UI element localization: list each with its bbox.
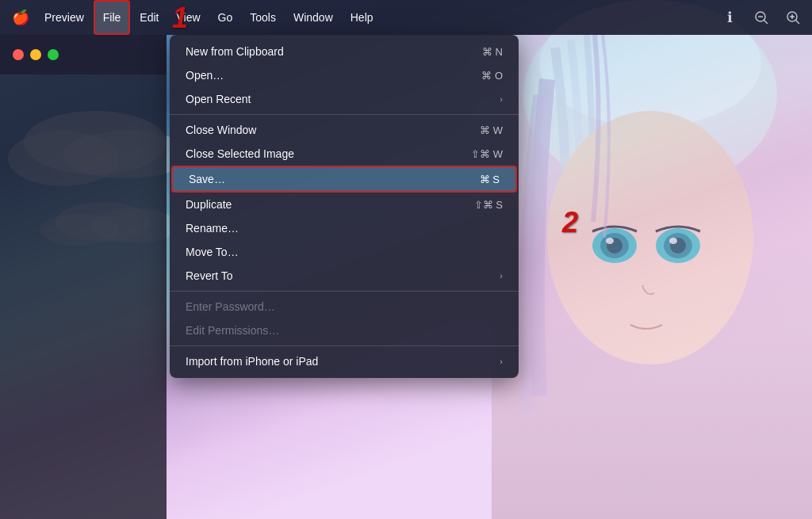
- zoom-in-icon: [785, 10, 801, 25]
- menu-item-close-selected-label: Close Selected Image: [186, 147, 294, 160]
- step-badge-2: 2: [562, 206, 578, 239]
- svg-line-24: [796, 21, 800, 25]
- menu-item-save[interactable]: Save… ⌘ S: [171, 166, 517, 193]
- close-button[interactable]: [13, 49, 24, 60]
- menu-item-open[interactable]: Open… ⌘ O: [170, 63, 519, 87]
- open-recent-arrow: ›: [500, 94, 503, 104]
- menubar-right-icons: ℹ: [717, 5, 806, 30]
- revert-to-arrow: ›: [500, 271, 503, 280]
- menu-item-edit-permissions: Edit Permissions…: [170, 319, 519, 342]
- apple-icon: 🍎: [12, 9, 29, 26]
- menubar-item-edit[interactable]: Edit: [132, 0, 167, 35]
- svg-point-13: [606, 238, 614, 244]
- separator-1: [170, 114, 519, 115]
- import-iphone-arrow: ›: [500, 357, 503, 366]
- zoom-out-btn[interactable]: [749, 5, 774, 30]
- menu-item-import-iphone[interactable]: Import from iPhone or iPad ›: [170, 349, 519, 373]
- menu-item-save-label: Save…: [189, 173, 225, 185]
- step-badge-1: 1: [172, 2, 188, 35]
- menu-item-revert-to-label: Revert To: [186, 269, 233, 282]
- zoom-out-icon: [753, 10, 769, 25]
- menu-item-open-recent-label: Open Recent: [186, 93, 251, 105]
- menu-item-new-clipboard-label: New from Clipboard: [186, 45, 284, 58]
- menu-item-close-selected-shortcut: ⇧⌘ W: [471, 148, 503, 160]
- menu-item-rename[interactable]: Rename…: [170, 216, 519, 240]
- menu-item-open-label: Open…: [186, 69, 224, 82]
- menu-item-rename-label: Rename…: [186, 222, 239, 235]
- menu-item-close-selected[interactable]: Close Selected Image ⇧⌘ W: [170, 142, 519, 166]
- menubar: 🍎 Preview File Edit View Go Tools Window…: [0, 0, 812, 35]
- svg-point-9: [547, 111, 753, 364]
- maximize-button[interactable]: [48, 49, 59, 60]
- menu-item-new-clipboard-shortcut: ⌘ N: [482, 46, 503, 58]
- sidebar-panel: [0, 35, 167, 519]
- svg-line-20: [764, 21, 768, 25]
- menu-item-edit-permissions-label: Edit Permissions…: [186, 324, 279, 337]
- menu-item-revert-to[interactable]: Revert To ›: [170, 264, 519, 288]
- separator-2: [170, 291, 519, 292]
- svg-point-17: [669, 238, 677, 244]
- menubar-item-tools[interactable]: Tools: [242, 0, 284, 35]
- zoom-in-btn[interactable]: [780, 5, 806, 30]
- info-icon-btn[interactable]: ℹ: [717, 5, 742, 30]
- file-menu-dropdown: New from Clipboard ⌘ N Open… ⌘ O Open Re…: [170, 35, 519, 378]
- menubar-item-file[interactable]: File: [94, 0, 131, 35]
- apple-menu[interactable]: 🍎: [6, 0, 35, 35]
- menu-item-close-window-label: Close Window: [186, 124, 256, 136]
- menubar-item-window[interactable]: Window: [285, 0, 341, 35]
- menubar-item-help[interactable]: Help: [343, 0, 381, 35]
- menu-item-enter-password-label: Enter Password…: [186, 300, 275, 313]
- menu-item-move-to-label: Move To…: [186, 246, 239, 258]
- menu-item-open-shortcut: ⌘ O: [481, 70, 503, 82]
- menu-item-close-window[interactable]: Close Window ⌘ W: [170, 118, 519, 142]
- menu-item-duplicate[interactable]: Duplicate ⇧⌘ S: [170, 193, 519, 216]
- menu-item-new-clipboard[interactable]: New from Clipboard ⌘ N: [170, 40, 519, 63]
- separator-3: [170, 345, 519, 346]
- menu-item-duplicate-shortcut: ⇧⌘ S: [474, 199, 503, 211]
- window-controls: [0, 35, 167, 74]
- menu-item-open-recent[interactable]: Open Recent ›: [170, 87, 519, 111]
- menu-item-move-to[interactable]: Move To…: [170, 240, 519, 264]
- menubar-item-preview[interactable]: Preview: [36, 0, 92, 35]
- menubar-item-go[interactable]: Go: [210, 0, 241, 35]
- menu-item-import-iphone-label: Import from iPhone or iPad: [186, 355, 318, 368]
- menu-item-enter-password: Enter Password…: [170, 295, 519, 319]
- menu-item-close-window-shortcut: ⌘ W: [480, 124, 503, 136]
- menu-item-save-shortcut: ⌘ S: [480, 174, 500, 185]
- minimize-button[interactable]: [30, 49, 41, 60]
- info-icon: ℹ: [727, 9, 733, 26]
- menu-item-duplicate-label: Duplicate: [186, 198, 232, 211]
